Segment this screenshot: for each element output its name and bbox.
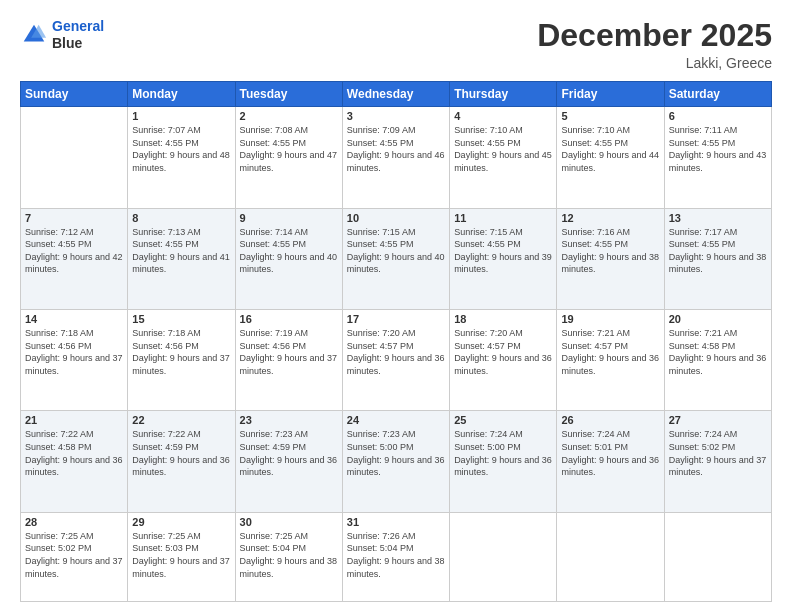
table-row: 11Sunrise: 7:15 AM Sunset: 4:55 PM Dayli…	[450, 208, 557, 309]
table-row	[557, 512, 664, 601]
table-row: 23Sunrise: 7:23 AM Sunset: 4:59 PM Dayli…	[235, 411, 342, 512]
table-row: 22Sunrise: 7:22 AM Sunset: 4:59 PM Dayli…	[128, 411, 235, 512]
day-info: Sunrise: 7:16 AM Sunset: 4:55 PM Dayligh…	[561, 226, 659, 276]
day-info: Sunrise: 7:22 AM Sunset: 4:58 PM Dayligh…	[25, 428, 123, 478]
day-number: 9	[240, 212, 338, 224]
day-info: Sunrise: 7:11 AM Sunset: 4:55 PM Dayligh…	[669, 124, 767, 174]
day-info: Sunrise: 7:18 AM Sunset: 4:56 PM Dayligh…	[25, 327, 123, 377]
table-row: 20Sunrise: 7:21 AM Sunset: 4:58 PM Dayli…	[664, 310, 771, 411]
day-number: 20	[669, 313, 767, 325]
table-row: 29Sunrise: 7:25 AM Sunset: 5:03 PM Dayli…	[128, 512, 235, 601]
day-number: 13	[669, 212, 767, 224]
day-number: 29	[132, 516, 230, 528]
table-row: 10Sunrise: 7:15 AM Sunset: 4:55 PM Dayli…	[342, 208, 449, 309]
day-number: 23	[240, 414, 338, 426]
day-info: Sunrise: 7:23 AM Sunset: 5:00 PM Dayligh…	[347, 428, 445, 478]
day-info: Sunrise: 7:09 AM Sunset: 4:55 PM Dayligh…	[347, 124, 445, 174]
day-number: 5	[561, 110, 659, 122]
logo-text: General Blue	[52, 18, 104, 52]
day-number: 21	[25, 414, 123, 426]
table-row: 8Sunrise: 7:13 AM Sunset: 4:55 PM Daylig…	[128, 208, 235, 309]
table-row: 13Sunrise: 7:17 AM Sunset: 4:55 PM Dayli…	[664, 208, 771, 309]
day-number: 1	[132, 110, 230, 122]
calendar-week-row: 1Sunrise: 7:07 AM Sunset: 4:55 PM Daylig…	[21, 107, 772, 208]
table-row: 5Sunrise: 7:10 AM Sunset: 4:55 PM Daylig…	[557, 107, 664, 208]
day-info: Sunrise: 7:07 AM Sunset: 4:55 PM Dayligh…	[132, 124, 230, 174]
calendar-week-row: 21Sunrise: 7:22 AM Sunset: 4:58 PM Dayli…	[21, 411, 772, 512]
day-number: 27	[669, 414, 767, 426]
logo-icon	[20, 21, 48, 49]
day-info: Sunrise: 7:17 AM Sunset: 4:55 PM Dayligh…	[669, 226, 767, 276]
table-row: 24Sunrise: 7:23 AM Sunset: 5:00 PM Dayli…	[342, 411, 449, 512]
table-row: 21Sunrise: 7:22 AM Sunset: 4:58 PM Dayli…	[21, 411, 128, 512]
table-row: 3Sunrise: 7:09 AM Sunset: 4:55 PM Daylig…	[342, 107, 449, 208]
day-number: 8	[132, 212, 230, 224]
col-tuesday: Tuesday	[235, 82, 342, 107]
day-info: Sunrise: 7:10 AM Sunset: 4:55 PM Dayligh…	[454, 124, 552, 174]
day-info: Sunrise: 7:21 AM Sunset: 4:57 PM Dayligh…	[561, 327, 659, 377]
table-row: 19Sunrise: 7:21 AM Sunset: 4:57 PM Dayli…	[557, 310, 664, 411]
day-info: Sunrise: 7:24 AM Sunset: 5:01 PM Dayligh…	[561, 428, 659, 478]
day-number: 22	[132, 414, 230, 426]
day-number: 24	[347, 414, 445, 426]
day-info: Sunrise: 7:20 AM Sunset: 4:57 PM Dayligh…	[454, 327, 552, 377]
header: General Blue December 2025 Lakki, Greece	[20, 18, 772, 71]
day-number: 19	[561, 313, 659, 325]
table-row	[664, 512, 771, 601]
table-row: 28Sunrise: 7:25 AM Sunset: 5:02 PM Dayli…	[21, 512, 128, 601]
day-info: Sunrise: 7:26 AM Sunset: 5:04 PM Dayligh…	[347, 530, 445, 580]
table-row: 27Sunrise: 7:24 AM Sunset: 5:02 PM Dayli…	[664, 411, 771, 512]
table-row: 18Sunrise: 7:20 AM Sunset: 4:57 PM Dayli…	[450, 310, 557, 411]
day-number: 15	[132, 313, 230, 325]
calendar-week-row: 28Sunrise: 7:25 AM Sunset: 5:02 PM Dayli…	[21, 512, 772, 601]
day-number: 14	[25, 313, 123, 325]
day-info: Sunrise: 7:15 AM Sunset: 4:55 PM Dayligh…	[454, 226, 552, 276]
day-number: 17	[347, 313, 445, 325]
day-info: Sunrise: 7:24 AM Sunset: 5:00 PM Dayligh…	[454, 428, 552, 478]
calendar-week-row: 7Sunrise: 7:12 AM Sunset: 4:55 PM Daylig…	[21, 208, 772, 309]
table-row: 26Sunrise: 7:24 AM Sunset: 5:01 PM Dayli…	[557, 411, 664, 512]
day-number: 6	[669, 110, 767, 122]
day-info: Sunrise: 7:14 AM Sunset: 4:55 PM Dayligh…	[240, 226, 338, 276]
day-info: Sunrise: 7:25 AM Sunset: 5:04 PM Dayligh…	[240, 530, 338, 580]
day-info: Sunrise: 7:10 AM Sunset: 4:55 PM Dayligh…	[561, 124, 659, 174]
day-number: 31	[347, 516, 445, 528]
day-number: 28	[25, 516, 123, 528]
day-info: Sunrise: 7:13 AM Sunset: 4:55 PM Dayligh…	[132, 226, 230, 276]
day-info: Sunrise: 7:12 AM Sunset: 4:55 PM Dayligh…	[25, 226, 123, 276]
table-row: 25Sunrise: 7:24 AM Sunset: 5:00 PM Dayli…	[450, 411, 557, 512]
day-info: Sunrise: 7:08 AM Sunset: 4:55 PM Dayligh…	[240, 124, 338, 174]
table-row: 12Sunrise: 7:16 AM Sunset: 4:55 PM Dayli…	[557, 208, 664, 309]
table-row: 2Sunrise: 7:08 AM Sunset: 4:55 PM Daylig…	[235, 107, 342, 208]
day-info: Sunrise: 7:23 AM Sunset: 4:59 PM Dayligh…	[240, 428, 338, 478]
logo: General Blue	[20, 18, 104, 52]
calendar-week-row: 14Sunrise: 7:18 AM Sunset: 4:56 PM Dayli…	[21, 310, 772, 411]
day-info: Sunrise: 7:22 AM Sunset: 4:59 PM Dayligh…	[132, 428, 230, 478]
day-number: 26	[561, 414, 659, 426]
table-row: 1Sunrise: 7:07 AM Sunset: 4:55 PM Daylig…	[128, 107, 235, 208]
day-number: 10	[347, 212, 445, 224]
calendar-table: Sunday Monday Tuesday Wednesday Thursday…	[20, 81, 772, 602]
day-number: 11	[454, 212, 552, 224]
day-info: Sunrise: 7:20 AM Sunset: 4:57 PM Dayligh…	[347, 327, 445, 377]
day-info: Sunrise: 7:25 AM Sunset: 5:03 PM Dayligh…	[132, 530, 230, 580]
day-number: 30	[240, 516, 338, 528]
title-block: December 2025 Lakki, Greece	[537, 18, 772, 71]
col-monday: Monday	[128, 82, 235, 107]
table-row: 4Sunrise: 7:10 AM Sunset: 4:55 PM Daylig…	[450, 107, 557, 208]
col-saturday: Saturday	[664, 82, 771, 107]
table-row: 14Sunrise: 7:18 AM Sunset: 4:56 PM Dayli…	[21, 310, 128, 411]
table-row: 31Sunrise: 7:26 AM Sunset: 5:04 PM Dayli…	[342, 512, 449, 601]
month-title: December 2025	[537, 18, 772, 53]
table-row: 9Sunrise: 7:14 AM Sunset: 4:55 PM Daylig…	[235, 208, 342, 309]
day-number: 3	[347, 110, 445, 122]
day-number: 4	[454, 110, 552, 122]
day-info: Sunrise: 7:21 AM Sunset: 4:58 PM Dayligh…	[669, 327, 767, 377]
table-row: 30Sunrise: 7:25 AM Sunset: 5:04 PM Dayli…	[235, 512, 342, 601]
table-row: 7Sunrise: 7:12 AM Sunset: 4:55 PM Daylig…	[21, 208, 128, 309]
table-row: 16Sunrise: 7:19 AM Sunset: 4:56 PM Dayli…	[235, 310, 342, 411]
day-number: 25	[454, 414, 552, 426]
page: General Blue December 2025 Lakki, Greece…	[0, 0, 792, 612]
calendar-header-row: Sunday Monday Tuesday Wednesday Thursday…	[21, 82, 772, 107]
day-number: 2	[240, 110, 338, 122]
